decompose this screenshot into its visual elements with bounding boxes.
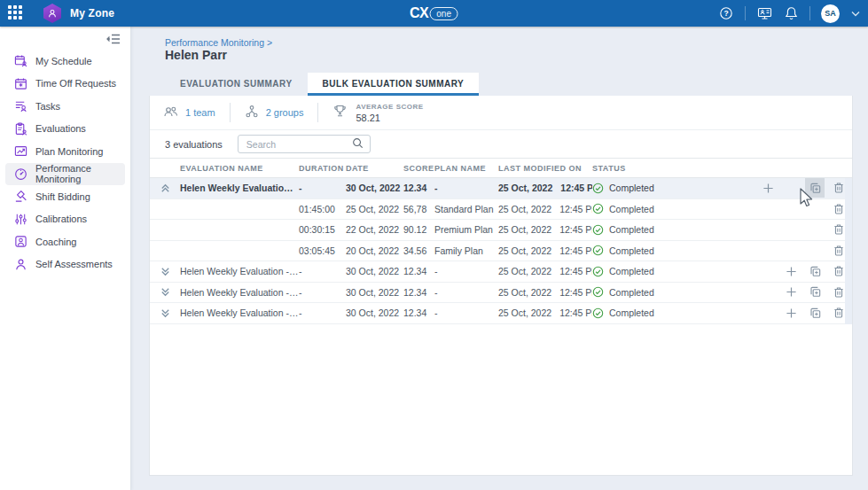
duration-cell: - xyxy=(299,307,346,318)
sidebar-item-coaching[interactable]: Coaching xyxy=(5,230,125,253)
sidebar-item-evaluations[interactable]: Evaluations xyxy=(5,118,125,141)
status-cell: Completed xyxy=(592,307,700,319)
add-button[interactable] xyxy=(781,303,801,323)
evaluation-name-cell: Helen Weekly Evaluation - June 20 xyxy=(180,266,299,276)
main-content: Performance Monitoring> Helen Parr EVALU… xyxy=(131,27,868,490)
shift-icon xyxy=(13,190,27,204)
copy-button[interactable] xyxy=(805,303,825,323)
sidebar-item-label: Self Assessments xyxy=(35,259,113,269)
table-toolbar: 3 evaluations xyxy=(150,130,852,158)
column-header-date: DATE xyxy=(346,164,403,173)
status-cell: Completed xyxy=(592,245,700,256)
row-actions xyxy=(700,199,852,219)
modified-time: 12:45 PM xyxy=(559,307,592,318)
collapse-sidebar-icon[interactable] xyxy=(105,32,122,46)
groups-icon xyxy=(245,105,259,121)
delete-icon xyxy=(833,182,845,194)
completed-check-icon xyxy=(592,203,604,214)
status-badge: Completed xyxy=(609,224,654,235)
duration-cell: - xyxy=(299,266,346,276)
modified-date: 25 Oct, 2022 xyxy=(498,266,551,276)
search-input[interactable] xyxy=(245,138,352,151)
search-icon[interactable] xyxy=(352,136,364,152)
sidebar-item-label: My Schedule xyxy=(35,56,92,66)
status-cell: Completed xyxy=(592,183,700,194)
groups-link[interactable]: 2 groups xyxy=(245,105,304,121)
table-header: EVALUATION NAMEDURATIONDATESCOREPLAN NAM… xyxy=(150,158,852,178)
copy-icon xyxy=(809,307,822,320)
last-modified-cell: 25 Oct, 202212:45 PM xyxy=(498,224,592,235)
expand-row-icon[interactable] xyxy=(150,286,180,298)
expand-row-icon[interactable] xyxy=(150,307,180,319)
timeoff-icon xyxy=(13,76,27,90)
copy-button[interactable] xyxy=(805,261,825,281)
help-icon[interactable]: ? xyxy=(718,5,734,21)
self-icon xyxy=(13,257,27,271)
sidebar-item-calibrations[interactable]: Calibrations xyxy=(5,208,125,231)
table-row[interactable]: 03:05:4520 Oct, 202234.56Family Plan25 O… xyxy=(150,241,852,262)
monitor-icon[interactable] xyxy=(756,5,772,21)
chevron-down-icon[interactable] xyxy=(850,5,861,21)
evaluation-count: 3 evaluations xyxy=(165,139,223,150)
sidebar-item-tasks[interactable]: Tasks xyxy=(5,95,125,118)
plan-icon xyxy=(13,144,27,159)
column-header-status: STATUS xyxy=(592,164,700,173)
sidebar-item-label: Shift Bidding xyxy=(35,191,90,202)
date-cell: 30 Oct, 2022 xyxy=(346,307,403,318)
sidebar-item-performance-monitoring[interactable]: Performance Monitoring xyxy=(5,163,125,186)
evaluation-name-cell: Helen Weekly Evaluation - June 20 xyxy=(180,307,299,318)
expand-row-icon[interactable] xyxy=(150,266,180,277)
status-cell: Completed xyxy=(592,266,700,277)
delete-icon xyxy=(833,203,845,215)
apps-grid-icon[interactable] xyxy=(8,5,24,21)
copy-button[interactable] xyxy=(805,178,825,198)
add-button[interactable] xyxy=(758,178,778,198)
stats-separator xyxy=(230,103,231,122)
product-title: My Zone xyxy=(70,7,114,19)
trophy-icon xyxy=(332,104,348,122)
date-cell: 25 Oct, 2022 xyxy=(346,204,403,214)
stats-row: 1 team 2 groups AVERAGE SCORE 58.21 xyxy=(150,96,852,130)
table-row[interactable]: 01:45:0025 Oct, 202256,78Standard Plan25… xyxy=(150,199,852,221)
bell-icon[interactable] xyxy=(783,5,799,21)
date-cell: 22 Oct, 2022 xyxy=(346,224,403,235)
modified-time: 12:45 PM xyxy=(560,183,592,193)
status-badge: Completed xyxy=(609,245,654,256)
duration-cell: 00:30:15 xyxy=(299,224,346,235)
sidebar-item-shift-bidding[interactable]: Shift Bidding xyxy=(5,185,125,208)
collapse-row-icon[interactable] xyxy=(150,183,180,194)
modified-date: 25 Oct, 2022 xyxy=(498,183,552,193)
scrollbar-track[interactable] xyxy=(845,178,852,324)
tab-bulk-evaluation-summary[interactable]: BULK EVALUATION SUMMARY xyxy=(308,73,480,96)
delete-icon xyxy=(833,223,845,236)
score-cell: 12.34 xyxy=(403,307,434,318)
sidebar-item-time-off-requests[interactable]: Time Off Requests xyxy=(5,73,125,96)
svg-text:?: ? xyxy=(723,9,728,18)
plan-name-cell: Premium Plan xyxy=(434,224,498,235)
sidebar-item-plan-monitoring[interactable]: Plan Monitoring xyxy=(5,140,125,163)
table-row[interactable]: Helen Weekly Evaluation - June...-30 Oct… xyxy=(150,178,852,199)
stats-separator xyxy=(317,103,318,122)
add-button[interactable] xyxy=(781,283,801,302)
completed-check-icon xyxy=(592,307,604,319)
avatar[interactable]: SA xyxy=(821,4,840,23)
table-row[interactable]: Helen Weekly Evaluation - June 20-30 Oct… xyxy=(150,303,852,324)
add-icon xyxy=(786,266,797,277)
sidebar: My ScheduleTime Off RequestsTasksEvaluat… xyxy=(0,27,131,490)
sidebar-item-label: Time Off Requests xyxy=(35,78,116,89)
sidebar-item-self-assessments[interactable]: Self Assessments xyxy=(5,253,125,276)
tab-evaluation-summary[interactable]: EVALUATION SUMMARY xyxy=(165,73,308,96)
add-button[interactable] xyxy=(781,261,801,281)
table-row[interactable]: Helen Weekly Evaluation - June 20-30 Oct… xyxy=(150,283,852,304)
average-score-label: AVERAGE SCORE xyxy=(356,102,423,112)
table-row[interactable]: 00:30:1522 Oct, 202290.12Premium Plan25 … xyxy=(150,220,852,241)
copy-button[interactable] xyxy=(805,283,825,302)
duration-cell: - xyxy=(299,183,346,193)
breadcrumb[interactable]: Performance Monitoring> xyxy=(165,37,272,48)
delete-icon xyxy=(833,265,845,277)
table-row[interactable]: Helen Weekly Evaluation - June 20-30 Oct… xyxy=(150,261,852,283)
team-link[interactable]: 1 team xyxy=(163,105,215,121)
completed-check-icon xyxy=(592,183,604,194)
sidebar-item-my-schedule[interactable]: My Schedule xyxy=(5,50,125,73)
top-bar: My Zone CXone ? SA xyxy=(0,0,868,27)
